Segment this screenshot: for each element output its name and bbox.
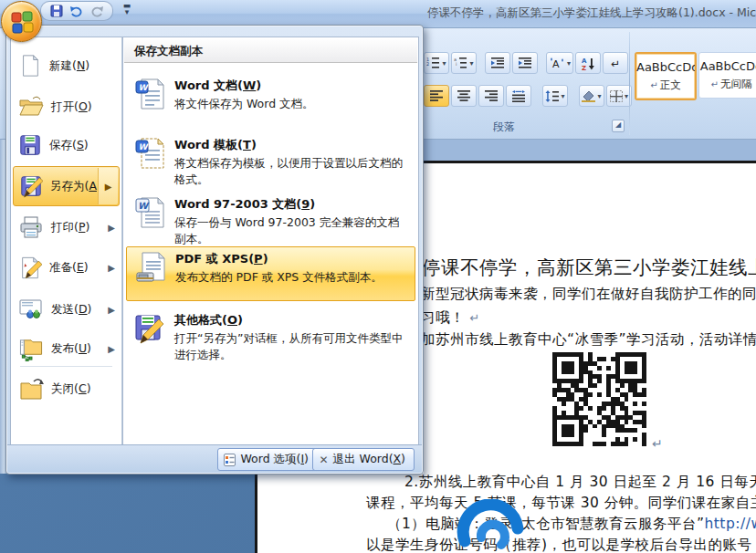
style-no-spacing[interactable]: AaBbCcDd ↵无间隔 <box>698 52 756 99</box>
doc-paragraph: 加苏州市线上教育中心“冰雪季”学习活动，活动详情扫描二 <box>421 330 756 350</box>
svg-text:Z: Z <box>582 65 586 70</box>
submenu-item-other-formats[interactable]: 其他格式(O) 打开“另存为”对话框，从所有可用文件类型中进行选择。 <box>126 308 415 369</box>
style-normal[interactable]: AaBbCcDd ↵正文 <box>635 52 697 100</box>
menu-item-send[interactable]: 发送(D) ▶ <box>13 291 120 328</box>
submenu-item-title: Word 模板(T) <box>174 137 410 153</box>
paragraph-dialog-launcher-icon[interactable]: ◢ <box>612 120 625 132</box>
submenu-item-title: PDF 或 XPS(P) <box>175 251 409 267</box>
hyperlink[interactable]: http://www. <box>704 516 756 532</box>
menu-item-close[interactable]: 关闭(C) <box>13 370 120 407</box>
chevron-down-icon: ▾ <box>561 92 564 100</box>
chevron-down-icon: ▾ <box>567 59 571 68</box>
exit-word-button[interactable]: ✕ 退出 Word(X) <box>312 448 415 471</box>
shading-button[interactable]: ▾ <box>579 85 604 107</box>
submenu-header: 保存文档副本 <box>124 39 417 63</box>
submenu-item-title: Word 97-2003 文档(9) <box>174 196 410 213</box>
submenu-item-title: 其他格式(O) <box>174 312 410 329</box>
submenu-arrow-icon: ▶ <box>108 223 115 233</box>
redo-button[interactable] <box>89 4 105 18</box>
quick-access-toolbar <box>40 1 113 21</box>
word-97-2003-icon: W <box>134 196 165 229</box>
close-folder-icon <box>18 377 44 401</box>
submenu-arrow-icon: ▶ <box>108 305 115 315</box>
menu-item-label: 关闭(C) <box>51 381 91 397</box>
menu-item-label: 打开(O) <box>51 99 92 115</box>
borders-button[interactable]: ▾ <box>606 85 632 107</box>
print-icon <box>18 215 44 239</box>
distribute-justify-button[interactable] <box>506 85 531 107</box>
word-window: 停课不停学，高新区第三小学娄江娃线上学习攻略(1).docx - Micr 12… <box>0 0 756 553</box>
numbered-list-button[interactable]: 12 ▾ <box>424 52 449 74</box>
submenu-item-pdf-xps[interactable]: PDF 或 XPS(P) 发布文档的 PDF 或 XPS 文件格式副本。 <box>126 246 415 301</box>
save-a-copy-submenu: 保存文档副本 W Word 文档(W) 将文件保存为 Word 文档。 W Wo… <box>122 37 419 446</box>
submenu-item-word-97-2003[interactable]: W Word 97-2003 文档(9) 保存一份与 Word 97-2003 … <box>126 193 415 253</box>
align-left-button[interactable] <box>424 85 449 107</box>
ribbon-group-divider <box>629 32 630 135</box>
line-spacing-button[interactable]: ▾ <box>542 85 568 107</box>
save-icon <box>18 133 42 157</box>
save-as-icon <box>19 174 43 198</box>
style-name-text: 无间隔 <box>720 78 752 90</box>
customize-qat-button[interactable]: ▬▾ <box>121 3 133 16</box>
submenu-arrow-icon: ▶ <box>108 344 115 354</box>
submenu-arrow-icon: ▶ <box>108 263 115 273</box>
align-center-button[interactable] <box>451 85 477 107</box>
style-sample-text: AaBbCcDd <box>699 59 756 73</box>
decrease-indent-button[interactable] <box>485 52 510 74</box>
word-template-icon: W <box>134 137 165 170</box>
menu-item-publish[interactable]: 发布(U) ▶ <box>13 330 120 367</box>
submenu-arrow-icon: ▶ <box>98 168 118 204</box>
menu-item-label: 保存(S) <box>49 138 89 153</box>
submenu-item-word-template[interactable]: W Word 模板(T) 将文档保存为模板，以便用于设置以后文档的格式。 <box>126 133 415 193</box>
pdf-xps-icon <box>135 251 166 284</box>
menu-item-print[interactable]: 打印(P) ▶ <box>13 209 120 245</box>
submenu-item-word-document[interactable]: W Word 文档(W) 将文件保存为 Word 文档。 <box>126 74 415 118</box>
submenu-item-title: Word 文档(W) <box>174 78 410 94</box>
undo-button[interactable] <box>68 4 85 18</box>
menu-divider <box>20 366 112 367</box>
doc-paragraph: （1）电脑端：登录“太仓市智慧教育云服务平台”http://www. <box>387 515 756 534</box>
submenu-item-description: 将文档保存为模板，以便用于设置以后文档的格式。 <box>174 155 404 188</box>
multilevel-list-button[interactable]: ai ▾ <box>451 52 477 74</box>
chevron-down-icon: ▾ <box>442 59 446 68</box>
office-menu-footer: Word 选项(I) ✕ 退出 Word(X) <box>7 444 422 473</box>
menu-item-open[interactable]: 打开(O) <box>13 89 120 125</box>
style-name-text: 正文 <box>660 78 681 91</box>
show-paragraph-marks-button[interactable]: ↵ <box>603 52 628 74</box>
office-menu-left-pane: 新建(N) 打开(O) 保存(S) 另存为(A) ▶ 打印(P) ▶ <box>10 37 122 446</box>
pilcrow-icon: ↵ <box>711 79 719 89</box>
paragraph-mark-icon: ↵ <box>469 311 479 325</box>
menu-item-save-as[interactable]: 另存为(A) ▶ <box>13 166 120 206</box>
save-button[interactable] <box>48 4 65 18</box>
button-label: 退出 Word(X) <box>333 452 405 467</box>
menu-item-new[interactable]: 新建(N) <box>13 47 120 84</box>
asian-layout-button[interactable]: A ▾ <box>546 52 573 74</box>
svg-text:A: A <box>552 58 560 69</box>
menu-item-label: 另存为(A) <box>50 179 101 194</box>
paragraph-mark-icon: ↵ <box>652 436 663 451</box>
svg-text:A: A <box>582 57 587 65</box>
doc-heading: 停课不停学，高新区第三小学娄江娃线上学 <box>422 255 756 280</box>
button-label: Word 选项(I) <box>240 452 309 467</box>
svg-text:2: 2 <box>426 61 429 67</box>
style-sample-text: AaBbCcDd <box>636 60 695 74</box>
paragraph-group-label: 段落 <box>493 120 515 135</box>
chevron-down-icon: ▾ <box>469 59 473 68</box>
word-document-icon: W <box>134 78 165 110</box>
sort-button[interactable]: AZ <box>575 52 601 74</box>
increase-indent-button[interactable] <box>512 52 538 74</box>
align-right-button[interactable] <box>478 85 504 107</box>
menu-item-save[interactable]: 保存(S) <box>13 127 120 163</box>
doc-paragraph: 习哦！ ↵ <box>421 308 480 328</box>
office-button[interactable] <box>1 1 42 42</box>
submenu-item-description: 保存一份与 Word 97-2003 完全兼容的文档副本。 <box>174 214 404 247</box>
menu-item-prepare[interactable]: 准备(E) ▶ <box>13 249 120 286</box>
new-document-icon <box>18 53 42 78</box>
submenu-item-description: 将文件保存为 Word 文档。 <box>174 96 404 112</box>
menu-item-label: 新建(N) <box>49 58 89 74</box>
doc-paragraph: 课程，平均每天 5 节课，每节课 30 分钟。同学们课在家自主观看。登 <box>366 494 756 513</box>
chevron-down-icon: ▾ <box>625 92 628 100</box>
pilcrow-icon: ↵ <box>650 80 657 90</box>
svg-text:i: i <box>456 61 457 67</box>
word-options-button[interactable]: Word 选项(I) <box>217 448 318 471</box>
